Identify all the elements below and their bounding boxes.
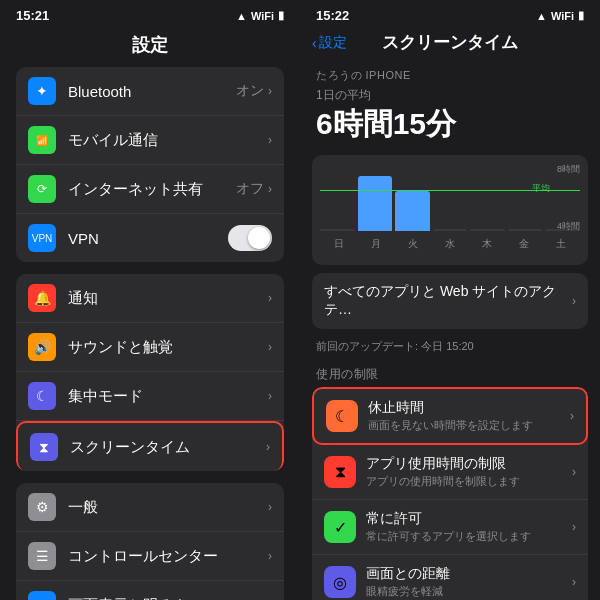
bluetooth-chevron: › <box>268 84 272 98</box>
restrictions-group: ☾ 休止時間 画面を見ない時間帯を設定します › ⧗ アプリ使用時間の制限 アプ… <box>312 387 588 600</box>
hotspot-icon: ⟳ <box>28 175 56 203</box>
bluetooth-item[interactable]: ✦ Bluetooth オン › <box>16 67 284 116</box>
vpn-icon: VPN <box>28 224 56 252</box>
vpn-toggle-knob <box>248 227 270 249</box>
mobile-icon: 📶 <box>28 126 56 154</box>
hotspot-item[interactable]: ⟳ インターネット共有 オフ › <box>16 165 284 214</box>
applimit-icon: ⧗ <box>324 456 356 488</box>
general-chevron: › <box>268 500 272 514</box>
left-status-icons: ▲ WiFi ▮ <box>236 9 284 22</box>
chart-bar-thu <box>470 229 505 231</box>
chart-labels: 日 月 火 水 木 金 土 <box>320 233 580 251</box>
daily-average: 1日の平均 <box>312 87 588 104</box>
chart-bar-tue <box>395 191 430 231</box>
display-item[interactable]: ☀ 画面表示と明るさ › <box>16 581 284 600</box>
allowed-subtitle: 常に許可するアプリを選択します <box>366 529 572 544</box>
focus-item[interactable]: ☾ 集中モード › <box>16 372 284 421</box>
device-name: たろうの IPHONE <box>312 68 588 87</box>
display-icon: ☀ <box>28 591 56 600</box>
distance-item[interactable]: ◎ 画面との距離 眼精疲労を軽減 › <box>312 555 588 600</box>
right-status-icons: ▲ WiFi ▮ <box>536 9 584 22</box>
applimit-text: アプリ使用時間の制限 アプリの使用時間を制限します <box>366 455 572 489</box>
right-wifi-icon: WiFi <box>551 10 574 22</box>
bluetooth-value: オン <box>236 82 264 100</box>
focus-chevron: › <box>268 389 272 403</box>
screentime-icon: ⧗ <box>30 433 58 461</box>
back-chevron-icon: ‹ <box>312 35 317 51</box>
hotspot-value: オフ <box>236 180 264 198</box>
screentime-item[interactable]: ⧗ スクリーンタイム › <box>16 421 284 471</box>
sounds-chevron: › <box>268 340 272 354</box>
allowed-title: 常に許可 <box>366 510 572 528</box>
chart-label-sun: 日 <box>320 237 357 251</box>
vpn-label: VPN <box>68 230 228 247</box>
chart-bar-fri <box>508 229 543 231</box>
left-time: 15:21 <box>16 8 49 23</box>
downtime-item[interactable]: ☾ 休止時間 画面を見ない時間帯を設定します › <box>312 387 588 445</box>
downtime-icon: ☾ <box>326 400 358 432</box>
sounds-label: サウンドと触覚 <box>68 338 268 357</box>
allowed-item[interactable]: ✓ 常に許可 常に許可するアプリを選択します › <box>312 500 588 555</box>
right-signal-icon: ▲ <box>536 10 547 22</box>
distance-chevron: › <box>572 575 576 589</box>
applimit-item[interactable]: ⧗ アプリ使用時間の制限 アプリの使用時間を制限します › <box>312 445 588 500</box>
notifications-group: 🔔 通知 › 🔊 サウンドと触覚 › ☾ 集中モード › ⧗ スクリーンタイム … <box>16 274 284 471</box>
right-battery-icon: ▮ <box>578 9 584 22</box>
chart-bar-mon <box>358 176 393 231</box>
screentime-label: スクリーンタイム <box>70 438 266 457</box>
mobile-chevron: › <box>268 133 272 147</box>
chart-container: 平均 日 月 火 水 木 金 土 8時間 4時間 <box>312 155 588 265</box>
downtime-text: 休止時間 画面を見ない時間帯を設定します <box>368 399 570 433</box>
chart-label-sat: 土 <box>543 237 580 251</box>
allowed-text: 常に許可 常に許可するアプリを選択します <box>366 510 572 544</box>
mobile-label: モバイル通信 <box>68 131 268 150</box>
right-panel: 15:22 ▲ WiFi ▮ ‹ 設定 スクリーンタイム たろうの IPHONE… <box>300 0 600 600</box>
chart-y-8h: 8時間 <box>557 163 580 176</box>
applimit-title: アプリ使用時間の制限 <box>366 455 572 473</box>
control-item[interactable]: ☰ コントロールセンター › <box>16 532 284 581</box>
battery-icon: ▮ <box>278 9 284 22</box>
bluetooth-icon: ✦ <box>28 77 56 105</box>
all-apps-row[interactable]: すべてのアプリと Web サイトのアクテ… › <box>312 273 588 329</box>
notifications-item[interactable]: 🔔 通知 › <box>16 274 284 323</box>
vpn-toggle[interactable] <box>228 225 272 251</box>
distance-title: 画面との距離 <box>366 565 572 583</box>
general-icon: ⚙ <box>28 493 56 521</box>
all-apps-chevron: › <box>572 294 576 308</box>
mobile-item[interactable]: 📶 モバイル通信 › <box>16 116 284 165</box>
left-panel: 15:21 ▲ WiFi ▮ 設定 ✦ Bluetooth オン › 📶 モバイ… <box>0 0 300 600</box>
notifications-chevron: › <box>268 291 272 305</box>
chart-y-4h: 4時間 <box>557 220 580 233</box>
chart-label-tue: 火 <box>394 237 431 251</box>
right-header: ‹ 設定 スクリーンタイム <box>300 27 600 62</box>
vpn-item[interactable]: VPN VPN <box>16 214 284 262</box>
back-label: 設定 <box>319 34 347 52</box>
chart-label-fri: 金 <box>506 237 543 251</box>
hotspot-chevron: › <box>268 182 272 196</box>
allowed-chevron: › <box>572 520 576 534</box>
focus-label: 集中モード <box>68 387 268 406</box>
hotspot-label: インターネット共有 <box>68 180 236 199</box>
general-label: 一般 <box>68 498 268 517</box>
screentime-chevron: › <box>266 440 270 454</box>
wifi-icon: WiFi <box>251 10 274 22</box>
control-chevron: › <box>268 549 272 563</box>
right-status-bar: 15:22 ▲ WiFi ▮ <box>300 0 600 27</box>
general-group: ⚙ 一般 › ☰ コントロールセンター › ☀ 画面表示と明るさ › ⊞ ホーム… <box>16 483 284 600</box>
left-page-title: 設定 <box>0 27 300 67</box>
general-item[interactable]: ⚙ 一般 › <box>16 483 284 532</box>
signal-icon: ▲ <box>236 10 247 22</box>
applimit-chevron: › <box>572 465 576 479</box>
back-button[interactable]: ‹ 設定 <box>312 34 347 52</box>
distance-icon: ◎ <box>324 566 356 598</box>
sounds-item[interactable]: 🔊 サウンドと触覚 › <box>16 323 284 372</box>
last-update: 前回のアップデート: 今日 15:20 <box>312 337 588 360</box>
right-content: たろうの IPHONE 1日の平均 6時間15分 平均 日 月 火 水 <box>300 62 600 600</box>
control-label: コントロールセンター <box>68 547 268 566</box>
downtime-title: 休止時間 <box>368 399 570 417</box>
chart-y-labels: 8時間 4時間 <box>557 163 580 233</box>
usage-limit-header: 使用の制限 <box>312 360 588 387</box>
chart-label-mon: 月 <box>357 237 394 251</box>
left-status-bar: 15:21 ▲ WiFi ▮ <box>0 0 300 27</box>
chart-area <box>320 163 580 233</box>
